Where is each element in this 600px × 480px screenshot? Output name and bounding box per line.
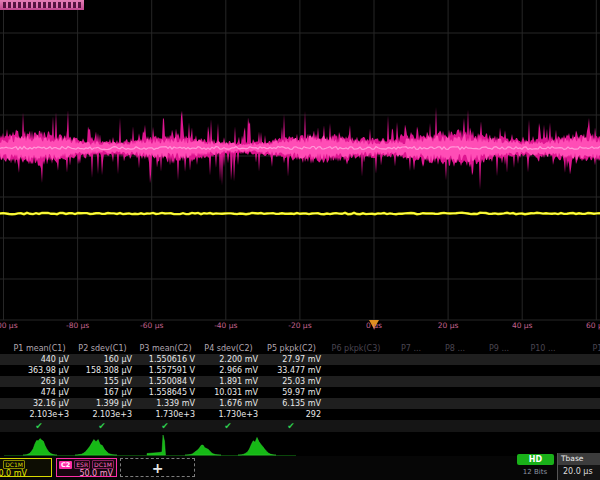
measure-value-p5: 27.97 mV — [260, 355, 323, 364]
time-axis-label: 60 µs — [586, 321, 600, 330]
param-header-p7[interactable]: P7 ... — [389, 344, 433, 353]
measurement-table: P1 mean(C1)P2 sdev(C1)P3 mean(C2)P4 sdev… — [0, 343, 600, 420]
param-header-p1[interactable]: P1 mean(C1) — [8, 344, 71, 353]
param-header-p10[interactable]: P10 ... — [521, 344, 565, 353]
status-check-p3: ✔ — [161, 420, 169, 432]
time-axis-label: -60 µs — [140, 321, 163, 330]
status-check-p5: ✔ — [287, 420, 295, 432]
measure-sdev-p2: 1.399 µV — [71, 399, 134, 408]
channel-c2-descriptor[interactable]: C2 ESR DC1M 50.0 mV — [56, 458, 117, 477]
measurement-status-row: ✔✔✔✔✔ — [0, 420, 600, 432]
measure-max-p5: 59.97 mV — [260, 388, 323, 397]
c1-vertical-scale: 10.0 mV — [0, 469, 51, 478]
measure-mean-p2: 158.308 µV — [71, 366, 134, 375]
measure-value-p4: 2.200 mV — [197, 355, 260, 364]
time-axis-label: -20 µs — [288, 321, 311, 330]
time-axis-label: -80 µs — [66, 321, 89, 330]
status-check-p2: ✔ — [98, 420, 106, 432]
param-header-p8[interactable]: P8 ... — [433, 344, 477, 353]
measure-mean-p1: 363.98 µV — [8, 366, 71, 375]
measure-sdev-p4: 1.676 mV — [197, 399, 260, 408]
c2-channel-chip: C2 — [59, 461, 72, 469]
histicon-p3 — [147, 435, 166, 455]
measure-min-p3: 1.550084 V — [134, 377, 197, 386]
measure-num-p5: 292 — [260, 410, 323, 419]
oscilloscope-screen: -100 µs-80 µs-60 µs-40 µs-20 µs0 µs20 µs… — [0, 0, 600, 480]
measure-row-min: 263 µV155 µV1.550084 V1.891 mV25.03 mV — [0, 376, 600, 387]
measure-value-p1: 440 µV — [8, 355, 71, 364]
waveform-grid — [0, 0, 600, 338]
top-left-badge — [0, 0, 84, 10]
add-trace-button[interactable]: + — [120, 458, 195, 477]
bottom-bar: DC1M 10.0 mV C2 ESR DC1M 50.0 mV + HD 12… — [0, 456, 600, 480]
measure-row-num: 2.103e+32.103e+31.730e+31.730e+3292 — [0, 409, 600, 420]
measure-num-p3: 1.730e+3 — [134, 410, 197, 419]
hd-mode-badge[interactable]: HD — [517, 454, 554, 465]
histicon-p5 — [238, 437, 276, 455]
measure-max-p2: 167 µV — [71, 388, 134, 397]
histicon-strip — [0, 433, 600, 458]
status-check-p4: ✔ — [224, 420, 232, 432]
measure-sdev-p3: 1.339 mV — [134, 399, 197, 408]
channel-c1-descriptor[interactable]: DC1M 10.0 mV — [0, 458, 52, 477]
measure-num-p1: 2.103e+3 — [8, 410, 71, 419]
measure-sdev-p1: 32.16 µV — [8, 399, 71, 408]
measure-value-p2: 160 µV — [71, 355, 134, 364]
c2-coupling-tag: DC1M — [92, 460, 114, 469]
measure-mean-p5: 33.477 mV — [260, 366, 323, 375]
hd-bits-label: 12 Bits — [514, 468, 556, 476]
measure-min-p5: 25.03 mV — [260, 377, 323, 386]
measure-sdev-p5: 6.135 mV — [260, 399, 323, 408]
c1-coupling-tag: DC1M — [3, 460, 25, 469]
param-header-p9[interactable]: P9 ... — [477, 344, 521, 353]
c2-esr-tag: ESR — [74, 460, 90, 469]
measure-min-p2: 155 µV — [71, 377, 134, 386]
histicon-p4 — [185, 445, 221, 455]
time-axis-label: -40 µs — [214, 321, 237, 330]
measure-max-p3: 1.558645 V — [134, 388, 197, 397]
measure-num-p2: 2.103e+3 — [71, 410, 134, 419]
histicon-p1 — [23, 439, 57, 455]
time-axis-label: -100 µs — [0, 321, 18, 330]
timebase-descriptor[interactable]: Tbase 20.0 µs — [557, 453, 600, 480]
measure-row-mean: 363.98 µV158.308 µV1.557591 V2.966 mV33.… — [0, 365, 600, 376]
measure-max-p4: 10.031 mV — [197, 388, 260, 397]
c2-vertical-scale: 50.0 mV — [57, 469, 116, 478]
timebase-value: 20.0 µs — [558, 465, 600, 480]
plus-icon: + — [152, 461, 164, 475]
param-header-p11[interactable]: P11 — [565, 344, 600, 353]
status-check-p1: ✔ — [35, 420, 43, 432]
measure-row-sdev: 32.16 µV1.399 µV1.339 mV1.676 mV6.135 mV — [0, 398, 600, 409]
measure-value-p3: 1.550616 V — [134, 355, 197, 364]
timebase-label: Tbase — [558, 453, 600, 465]
measure-min-p1: 263 µV — [8, 377, 71, 386]
time-axis-label: 20 µs — [438, 321, 459, 330]
badge-illegible-text — [3, 2, 81, 8]
measure-num-p4: 1.730e+3 — [197, 410, 260, 419]
param-header-p2[interactable]: P2 sdev(C1) — [71, 344, 134, 353]
histicon-p2 — [75, 440, 117, 456]
measure-mean-p4: 2.966 mV — [197, 366, 260, 375]
time-axis-label: 0 µs — [366, 321, 382, 330]
measure-row-max: 474 µV167 µV1.558645 V10.031 mV59.97 mV — [0, 387, 600, 398]
time-axis-label: 40 µs — [512, 321, 533, 330]
param-header-p5[interactable]: P5 pkpk(C2) — [260, 344, 323, 353]
param-header-p4[interactable]: P4 sdev(C2) — [197, 344, 260, 353]
param-header-p3[interactable]: P3 mean(C2) — [134, 344, 197, 353]
measure-min-p4: 1.891 mV — [197, 377, 260, 386]
measure-row-value: 440 µV160 µV1.550616 V2.200 mV27.97 mV — [0, 354, 600, 365]
param-header-p6[interactable]: P6 pkpk(C3) — [323, 344, 389, 353]
measure-max-p1: 474 µV — [8, 388, 71, 397]
measure-mean-p3: 1.557591 V — [134, 366, 197, 375]
